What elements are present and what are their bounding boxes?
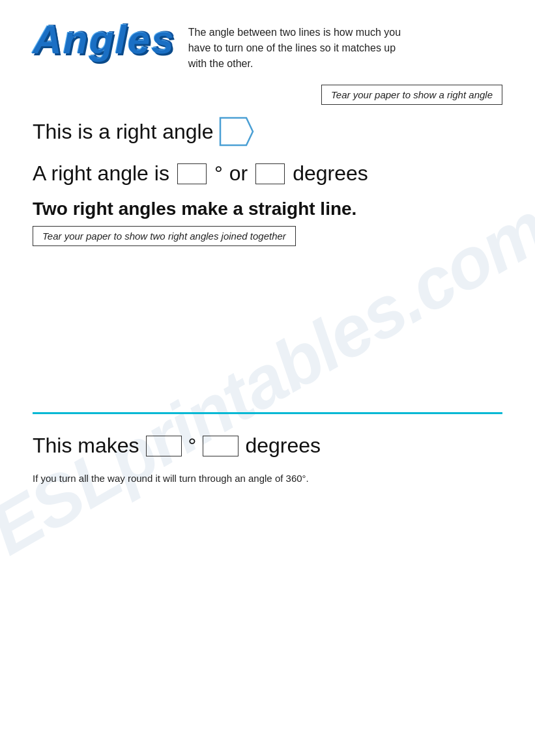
right-angle-value-section: A right angle is ° or degrees: [33, 161, 502, 186]
right-angle-prefix: A right angle is: [33, 161, 169, 186]
tear-instruction-text-2: Tear your paper to show two right angles…: [42, 231, 286, 242]
page: ESLprintables.com Angles The angle betwe…: [0, 0, 535, 756]
this-makes-suffix: degrees: [245, 434, 321, 458]
tear-instruction-box-2: Tear your paper to show two right angles…: [33, 226, 296, 246]
svg-marker-0: [220, 118, 253, 145]
this-makes-section: This makes ° degrees: [33, 434, 502, 458]
right-angle-shape: [217, 115, 256, 148]
right-angle-section: This is a right angle: [33, 115, 502, 148]
straight-line-section: Two right angles make a straight line. T…: [33, 199, 502, 256]
tear-instruction-box-1: Tear your paper to show a right angle: [321, 85, 502, 105]
this-makes-input-1[interactable]: [146, 436, 182, 456]
logo: Angles: [33, 20, 175, 60]
straight-line-label: Two right angles make a straight line.: [33, 199, 502, 219]
degree-symbol-2: °: [188, 434, 197, 458]
right-angle-suffix: degrees: [293, 161, 368, 186]
tear-area: [33, 269, 502, 399]
right-angle-label-row: This is a right angle: [33, 115, 502, 148]
right-angle-input-2[interactable]: [255, 163, 285, 184]
this-makes-row: This makes ° degrees: [33, 434, 502, 458]
right-angle-value-row: A right angle is ° or degrees: [33, 161, 502, 186]
header-section: Angles The angle between two lines is ho…: [33, 20, 502, 72]
this-makes-input-2[interactable]: [203, 436, 239, 456]
or-text: or: [229, 161, 248, 186]
tear-instruction-text-1: Tear your paper to show a right angle: [331, 89, 493, 100]
header-description: The angle between two lines is how much …: [188, 25, 410, 72]
divider-line: [33, 412, 502, 414]
this-makes-label: This makes: [33, 434, 139, 458]
right-angle-input-1[interactable]: [177, 163, 207, 184]
degree-symbol-1: °: [214, 161, 223, 186]
instruction-area-1: Tear your paper to show a right angle: [33, 85, 502, 105]
note-section: If you turn all the way round it will tu…: [33, 471, 502, 486]
right-angle-label: This is a right angle: [33, 120, 213, 144]
note-text: If you turn all the way round it will tu…: [33, 471, 371, 486]
